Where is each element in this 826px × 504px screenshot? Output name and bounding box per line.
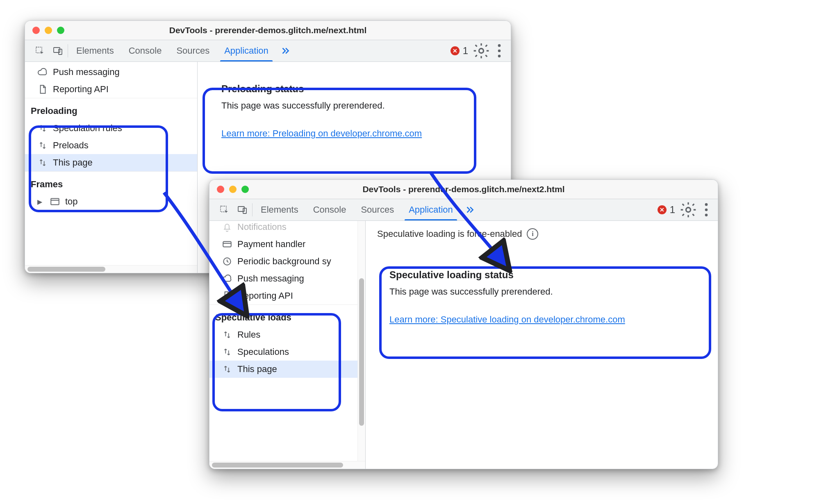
swap-icon xyxy=(222,330,232,339)
horizontal-scrollbar[interactable] xyxy=(209,461,365,469)
svg-point-11 xyxy=(686,208,691,212)
svg-point-12 xyxy=(705,203,708,206)
tab-elements[interactable]: Elements xyxy=(253,199,306,220)
expand-triangle-icon[interactable]: ▶ xyxy=(37,198,42,206)
preloading-status-panel: Preloading status This page was successf… xyxy=(210,73,498,150)
horizontal-scrollbar[interactable] xyxy=(25,265,197,273)
tab-label: Application xyxy=(409,204,453,215)
minimize-window-dot[interactable] xyxy=(45,27,52,34)
more-tabs-icon[interactable] xyxy=(276,40,295,61)
window-traffic-lights xyxy=(217,186,249,193)
swap-icon xyxy=(37,158,48,167)
sidebar-item-reporting-api[interactable]: Reporting API xyxy=(25,81,197,98)
status-heading: Speculative loading status xyxy=(389,269,694,281)
sidebar-item-label: This page xyxy=(53,157,93,168)
settings-icon[interactable] xyxy=(472,40,490,61)
sidebar-item-this-page[interactable]: This page xyxy=(209,361,365,378)
sidebar-item-speculation-rules[interactable]: Speculation rules xyxy=(25,120,197,137)
credit-card-icon xyxy=(222,239,232,250)
sidebar-item-rules[interactable]: Rules xyxy=(209,326,365,343)
minimize-window-dot[interactable] xyxy=(229,186,237,193)
svg-point-3 xyxy=(479,49,484,53)
more-tabs-icon[interactable] xyxy=(460,199,479,220)
error-icon: ✕ xyxy=(451,46,460,55)
section-title: Frames xyxy=(31,179,63,189)
scrollbar-thumb[interactable] xyxy=(359,278,364,426)
tab-application[interactable]: Application xyxy=(401,199,460,220)
window-titlebar[interactable]: DevTools - prerender-demos.glitch.me/nex… xyxy=(209,180,718,199)
tab-sources[interactable]: Sources xyxy=(353,199,401,220)
sidebar-section-speculative-loads[interactable]: Speculative loads xyxy=(209,304,365,326)
scrollbar-thumb[interactable] xyxy=(212,463,343,468)
sidebar-section-frames[interactable]: Frames xyxy=(25,171,197,193)
sidebar-item-notifications[interactable]: Notifications xyxy=(209,221,365,236)
zoom-window-dot[interactable] xyxy=(57,27,64,34)
close-window-dot[interactable] xyxy=(217,186,224,193)
learn-more-link[interactable]: Learn more: Speculative loading on devel… xyxy=(389,314,625,325)
status-text: This page was successfully prerendered. xyxy=(221,100,487,111)
sidebar-item-preloads[interactable]: Preloads xyxy=(25,137,197,154)
svg-point-6 xyxy=(498,55,501,58)
sidebar-item-speculations[interactable]: Speculations xyxy=(209,343,365,361)
sidebar-item-push-messaging[interactable]: Push messaging xyxy=(25,64,197,81)
error-counter[interactable]: ✕ 1 xyxy=(653,199,679,220)
tab-console[interactable]: Console xyxy=(121,40,169,61)
inspect-element-icon[interactable] xyxy=(215,199,233,220)
close-window-dot[interactable] xyxy=(32,27,40,34)
sidebar-item-label: Speculations xyxy=(237,347,289,357)
scrollbar-thumb[interactable] xyxy=(27,267,105,272)
tab-elements[interactable]: Elements xyxy=(69,40,121,61)
more-menu-icon[interactable] xyxy=(490,40,508,61)
sidebar-item-label: Reporting API xyxy=(53,84,109,95)
sidebar-item-frame-top[interactable]: ▶ top xyxy=(25,193,197,210)
tab-application[interactable]: Application xyxy=(217,40,276,61)
svg-point-14 xyxy=(705,214,708,217)
window-title: DevTools - prerender-demos.glitch.me/nex… xyxy=(362,184,564,194)
sidebar: Push messaging Reporting API Preloading … xyxy=(25,62,198,273)
sidebar: Notifications Payment handler Periodic b… xyxy=(209,221,366,469)
sidebar-item-reporting-api[interactable]: Reporting API xyxy=(209,287,365,304)
sidebar-item-this-page[interactable]: This page xyxy=(25,154,197,171)
window-titlebar[interactable]: DevTools - prerender-demos.glitch.me/nex… xyxy=(25,21,511,40)
sidebar-item-label: Notifications xyxy=(237,222,287,232)
tab-label: Sources xyxy=(176,45,209,56)
status-text: This page was successfully prerendered. xyxy=(389,286,694,297)
info-icon[interactable]: i xyxy=(527,228,538,240)
device-toggle-icon[interactable] xyxy=(49,40,67,61)
sidebar-item-periodic-bg-sync[interactable]: Periodic background sy xyxy=(209,253,365,270)
sidebar-item-payment-handler[interactable]: Payment handler xyxy=(209,236,365,253)
sidebar-item-label: This page xyxy=(237,364,277,375)
window-frame-icon xyxy=(50,196,60,207)
main-panel: Speculative loading is force-enabled i S… xyxy=(366,221,718,469)
tab-sources[interactable]: Sources xyxy=(169,40,217,61)
device-toggle-icon[interactable] xyxy=(233,199,251,220)
tab-label: Elements xyxy=(261,204,298,215)
sidebar-item-label: Payment handler xyxy=(237,239,305,250)
tab-label: Application xyxy=(224,45,269,56)
error-counter[interactable]: ✕ 1 xyxy=(446,40,472,61)
svg-point-5 xyxy=(498,50,501,52)
tab-console[interactable]: Console xyxy=(306,199,354,220)
info-text: Speculative loading is force-enabled xyxy=(377,229,522,239)
devtools-tabbar: Elements Console Sources Application ✕ 1 xyxy=(209,199,718,221)
sidebar-section-preloading[interactable]: Preloading xyxy=(25,98,197,120)
section-title: Preloading xyxy=(31,106,77,116)
learn-more-link[interactable]: Learn more: Preloading on developer.chro… xyxy=(221,128,422,138)
settings-icon[interactable] xyxy=(679,199,697,220)
sidebar-item-push-messaging[interactable]: Push messaging xyxy=(209,270,365,287)
inspect-element-icon[interactable] xyxy=(31,40,49,61)
window-title: DevTools - prerender-demos.glitch.me/nex… xyxy=(169,25,367,35)
svg-rect-7 xyxy=(51,198,59,204)
speculative-status-panel: Speculative loading status This page was… xyxy=(378,259,705,336)
file-icon xyxy=(222,291,232,301)
tab-label: Sources xyxy=(361,204,394,215)
zoom-window-dot[interactable] xyxy=(241,186,249,193)
swap-icon xyxy=(222,365,232,374)
svg-rect-2 xyxy=(59,49,62,54)
sidebar-item-label: top xyxy=(65,196,78,207)
more-menu-icon[interactable] xyxy=(697,199,715,220)
error-count: 1 xyxy=(463,45,468,57)
swap-icon xyxy=(37,124,48,133)
vertical-scrollbar[interactable] xyxy=(357,221,365,461)
info-banner: Speculative loading is force-enabled i xyxy=(366,221,718,247)
